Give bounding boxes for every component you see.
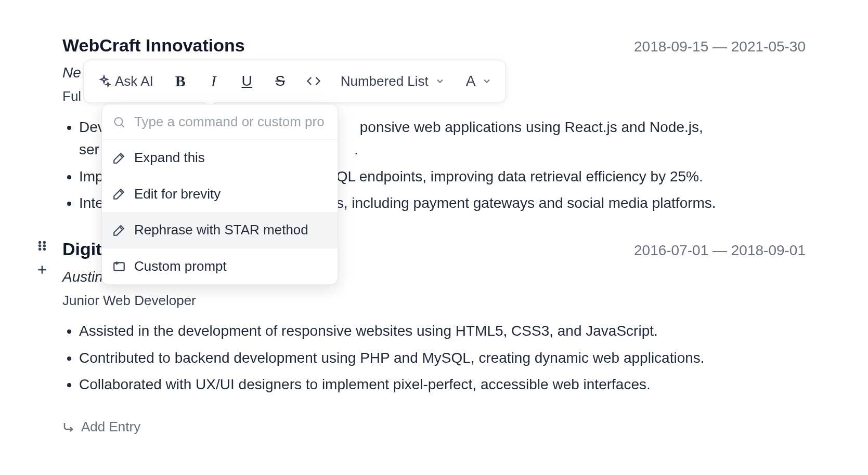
command-input[interactable] [134,114,327,130]
add-entry-label: Add Entry [81,416,140,438]
italic-button[interactable]: I [202,70,225,93]
custom-prompt-icon [112,260,126,273]
ask-ai-label: Ask AI [115,71,153,93]
svg-rect-10 [114,262,124,270]
wand-icon [112,223,126,237]
command-item-custom[interactable]: Custom prompt [102,248,338,285]
command-item-label: Expand this [134,147,205,169]
strikethrough-button[interactable]: S [269,70,292,93]
command-item-star[interactable]: Rephrase with STAR method [102,212,338,248]
svg-point-5 [43,248,45,250]
date-range: 2018-09-15 — 2021-05-30 [634,35,806,59]
add-entry-button[interactable]: Add Entry [62,416,806,438]
italic-icon: I [211,69,216,94]
command-item-label: Rephrase with STAR method [134,219,308,241]
bold-icon: B [175,69,186,94]
formatting-toolbar: Ask AI B I U S Numbered List A [83,60,506,103]
svg-point-4 [39,248,41,250]
job-title: Junior Web Developer [62,290,806,312]
drag-handle-icon[interactable] [35,239,49,253]
date-range: 2016-07-01 — 2018-09-01 [634,239,806,262]
svg-point-2 [39,245,41,247]
svg-point-0 [39,242,41,244]
plus-icon[interactable] [35,263,49,276]
list-type-label: Numbered List [341,71,429,93]
text-color-icon: A [466,70,476,93]
command-item-label: Edit for brevity [134,183,221,205]
bullet-item[interactable]: Assisted in the development of responsiv… [79,320,806,342]
command-search-row [102,104,338,140]
svg-point-8 [114,117,122,125]
chevron-down-icon [482,76,492,86]
arrow-return-icon [62,421,75,433]
search-icon [112,115,126,129]
text-color-select[interactable]: A [461,65,498,97]
wand-icon [112,187,126,201]
entry-header: WebCraft Innovations 2018-09-15 — 2021-0… [62,31,806,59]
command-item-label: Custom prompt [134,256,227,278]
company-name: WebCraft Innovations [62,31,245,59]
ask-ai-button[interactable]: Ask AI [92,67,159,97]
svg-line-9 [122,124,124,127]
strikethrough-icon: S [275,70,285,93]
bullet-item[interactable]: Collaborated with UX/UI designers to imp… [79,373,806,395]
chevron-down-icon [435,76,445,86]
svg-point-3 [43,245,45,247]
wand-icon [112,151,126,165]
underline-icon: U [242,70,252,93]
command-item-brevity[interactable]: Edit for brevity [102,176,338,213]
bullet-list: Assisted in the development of responsiv… [62,320,806,395]
command-item-expand[interactable]: Expand this [102,140,338,176]
underline-button[interactable]: U [236,70,258,93]
sparkle-icon [97,74,111,88]
code-button[interactable] [302,70,325,93]
svg-point-1 [43,242,45,244]
bullet-item[interactable]: Contributed to backend development using… [79,347,806,369]
block-controls [35,239,49,276]
code-icon [306,74,321,88]
bold-button[interactable]: B [169,70,192,93]
ai-command-popup: Expand this Edit for brevity Rephrase wi… [101,104,338,285]
list-type-select[interactable]: Numbered List [335,67,450,97]
